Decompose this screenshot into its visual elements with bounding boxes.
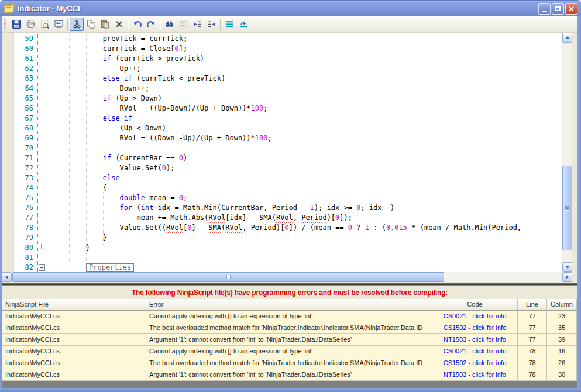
scroll-up-button[interactable] [562,33,572,43]
error-table-header: NinjaScript FileErrorCodeLineColumn [2,299,577,311]
minimize-button[interactable] [538,3,551,15]
vertical-scrollbar[interactable] [562,33,572,272]
window-border-bottom [0,388,581,392]
code-line[interactable]: 60 currTick = Close[0]; [2,44,562,54]
comment-icon [225,19,235,29]
error-code-link[interactable]: CS0021 - click for info [432,311,518,322]
code-line[interactable]: 73 else [2,173,562,183]
code-text: Value.Set(0); [2,163,175,173]
code-line[interactable]: 72 Value.Set(0); [2,163,562,173]
ninjascript-editor-window: Indicator - MyCCI ✕ 59 prevTick = currTi… [0,0,581,392]
display-button[interactable] [51,18,66,31]
error-cell-file: Indicator\MyCCI.cs [2,357,146,369]
horizontal-scrollbar[interactable] [2,272,572,282]
toolbar-separator [220,19,221,30]
titlebar[interactable]: Indicator - MyCCI ✕ [0,0,581,16]
paste-button[interactable] [98,18,112,31]
scroll-right-button[interactable] [562,272,572,282]
error-code-link[interactable]: CS0021 - click for info [432,346,518,357]
window-border-right [577,16,581,392]
code-line[interactable]: 69 RVol = ((Down -Up)/(Up + Down))*100; [2,133,562,143]
outdent-icon [192,19,202,29]
outdent-button[interactable] [190,18,204,31]
code-line[interactable]: 66 RVol = ((Up-Down)/(Up + Down))*100; [2,104,562,114]
maximize-button[interactable] [552,3,564,15]
error-row[interactable]: Indicator\MyCCI.csCannot apply indexing … [2,311,577,322]
find-button[interactable] [162,18,176,31]
thumb-grip [226,275,231,279]
toolbar-grip[interactable] [4,19,6,30]
code-line[interactable]: 82+Properties [2,263,562,272]
error-cell-file: Indicator\MyCCI.cs [2,369,146,381]
redo-button[interactable] [144,18,158,31]
cut-button[interactable] [70,18,84,31]
code-line[interactable]: 68 (Up < Down) [2,123,562,133]
code-line[interactable]: 64 Down++; [2,84,562,94]
code-line[interactable]: 79 } [2,233,562,243]
code-line[interactable]: 70 [2,143,562,153]
error-column-header-error[interactable]: Error [146,299,432,311]
comment-button[interactable] [222,18,236,31]
error-row[interactable]: Indicator\MyCCI.csArgument '1': cannot c… [2,369,577,381]
app-notes-icon [4,4,14,13]
error-code-link[interactable]: CS1502 - click for info [432,322,518,334]
code-line[interactable]: 76 for (int idx = Math.Min(CurrentBar, P… [2,203,562,213]
error-column-header-column[interactable]: Column [547,299,577,311]
error-cell-line: 77 [518,334,547,346]
close-button[interactable]: ✕ [565,3,577,15]
error-code-link[interactable]: CS1502 - click for info [432,357,518,369]
code-line[interactable]: 78 Value.Set((RVol[0] - SMA(RVol, Period… [2,223,562,233]
code-line[interactable]: 75 double mean = 0; [2,193,562,203]
display-icon [54,19,64,29]
code-line[interactable]: 59 prevTick = currTick; [2,34,562,44]
code-lines[interactable]: 59 prevTick = currTick;60 currTick = Clo… [2,34,562,272]
code-text: { [2,183,107,193]
indent-icon [207,19,216,29]
uncomment-button[interactable] [236,18,250,31]
error-row[interactable]: Indicator\MyCCI.csThe best overloaded me… [2,322,577,334]
error-column-header-line[interactable]: Line [518,299,547,311]
scroll-down-button[interactable] [562,262,572,272]
error-cell-line: 78 [518,357,547,369]
print-preview-button[interactable] [37,18,51,31]
line-number: 82 [2,263,33,272]
delete-button[interactable] [112,18,126,31]
minimize-icon [542,11,547,12]
error-column-header-code[interactable]: Code [432,299,518,311]
code-line[interactable]: 67 else if [2,114,562,123]
undo-button[interactable] [130,18,144,31]
error-column-header-ninjascript-file[interactable]: NinjaScript File [2,299,146,311]
print-button[interactable] [23,18,37,31]
code-line[interactable]: 74 { [2,183,562,193]
toolbar-separator [160,19,160,30]
code-line[interactable]: 71 if (CurrentBar == 0) [2,153,562,163]
code-text: if (CurrentBar == 0) [2,153,187,163]
code-line[interactable]: 77 mean += Math.Abs(RVol[idx] - SMA(RVol… [2,213,562,223]
collapsed-region-label[interactable]: Properties [86,263,134,272]
error-code-link[interactable]: NT1503 - click for info [432,369,518,381]
code-line[interactable]: 63 else if (currTick < prevTick) [2,74,562,84]
error-row[interactable]: Indicator\MyCCI.csThe best overloaded me… [2,357,577,369]
code-text: } [2,243,90,253]
vertical-scroll-thumb[interactable] [562,166,572,250]
save-button[interactable] [9,18,23,31]
error-cell-file: Indicator\MyCCI.cs [2,322,146,334]
code-line[interactable]: 80 } [2,243,562,253]
error-code-link[interactable]: NT1503 - click for info [432,334,518,346]
code-line[interactable]: 81 [2,253,562,263]
error-row[interactable]: Indicator\MyCCI.csArgument '1': cannot c… [2,334,577,346]
code-line[interactable]: 65 if (Up > Down) [2,94,562,104]
error-row[interactable]: Indicator\MyCCI.csCannot apply indexing … [2,346,577,357]
indent-button[interactable] [204,18,218,31]
error-cell-file: Indicator\MyCCI.cs [2,334,146,346]
code-line[interactable]: 61 if (currTick > prevTick) [2,54,562,64]
copy-button[interactable] [84,18,98,31]
scroll-left-button[interactable] [2,272,12,282]
snippet-button[interactable] [176,18,190,31]
code-text: for (int idx = Math.Min(CurrentBar, Peri… [2,203,394,213]
code-line[interactable]: 62 Up++; [2,64,562,74]
horizontal-scroll-thumb[interactable] [12,272,444,282]
error-table-rows: Indicator\MyCCI.csCannot apply indexing … [2,311,577,381]
fold-expand-icon[interactable]: + [39,264,45,271]
code-editor[interactable]: 59 prevTick = currTick;60 currTick = Clo… [2,33,562,272]
